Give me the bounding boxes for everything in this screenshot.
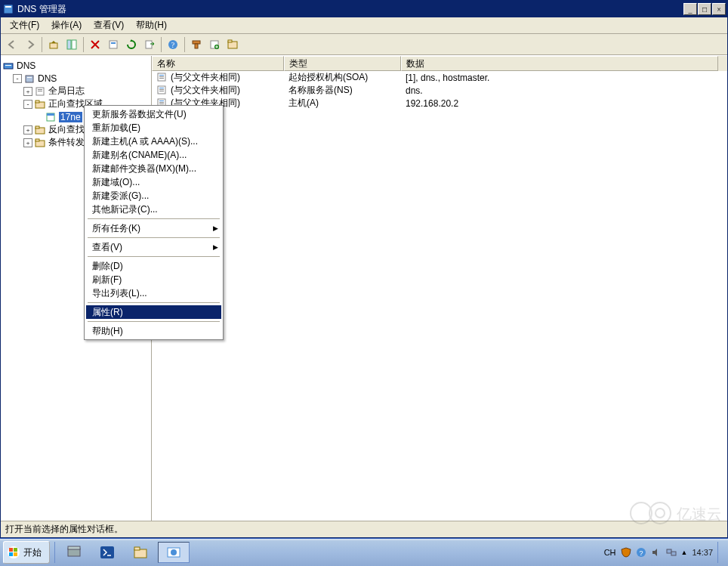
back-button[interactable] — [4, 36, 20, 53]
svg-rect-41 — [159, 102, 164, 103]
svg-rect-44 — [9, 548, 13, 552]
expand-toggle[interactable]: + — [23, 125, 32, 135]
tree-item[interactable]: -DNS — [2, 72, 150, 85]
context-menu-item[interactable]: 查看(V)▶ — [86, 240, 221, 254]
context-menu-item[interactable]: 新建主机(A 或 AAAA)(S)... — [86, 135, 221, 148]
properties-button[interactable] — [105, 36, 122, 53]
context-menu-item[interactable]: 属性(R) — [86, 305, 221, 319]
svg-rect-47 — [14, 552, 17, 556]
menu-separator — [88, 256, 220, 257]
context-menu-item[interactable]: 新建域(O)... — [86, 175, 221, 189]
svg-rect-19 — [27, 77, 32, 78]
clock[interactable]: 14:37 — [692, 548, 713, 557]
svg-rect-18 — [26, 76, 33, 82]
context-menu: 更新服务器数据文件(U)重新加载(E)新建主机(A 或 AAAA)(S)...新… — [84, 105, 224, 340]
ql-explorer[interactable] — [125, 542, 156, 563]
app-icon — [2, 3, 14, 15]
quick-launch — [58, 541, 190, 564]
column-data[interactable]: 数据 — [401, 56, 718, 71]
filter-button[interactable] — [188, 36, 205, 53]
context-menu-item[interactable]: 新建别名(CNAME)(A)... — [86, 148, 221, 162]
svg-rect-30 — [35, 139, 39, 141]
forward-button[interactable] — [22, 36, 39, 53]
expand-toggle[interactable]: + — [23, 87, 32, 96]
tray-icon-shield[interactable] — [621, 547, 631, 558]
svg-text:?: ? — [171, 41, 175, 49]
menu-separator — [88, 302, 220, 303]
app-window: DNS 管理器 _ □ × 文件(F) 操作(A) 查看(V) 帮助(H) ? — [0, 0, 728, 538]
tree-root[interactable]: DNS — [2, 59, 150, 72]
menu-file[interactable]: 文件(F) — [4, 17, 45, 33]
expand-toggle[interactable]: - — [13, 74, 22, 83]
close-button[interactable]: × — [712, 3, 726, 15]
list-row[interactable]: (与父文件夹相同)主机(A)192.168.20.2 — [152, 97, 727, 110]
lang-indicator[interactable]: CH — [604, 548, 616, 557]
new-record-button[interactable] — [206, 36, 223, 53]
column-name[interactable]: 名称 — [152, 56, 284, 71]
context-menu-item[interactable]: 帮助(H) — [86, 324, 221, 338]
minimize-button[interactable]: _ — [683, 3, 697, 15]
menubar: 文件(F) 操作(A) 查看(V) 帮助(H) — [1, 17, 727, 34]
list-view[interactable]: 名称 类型 数据 (与父文件夹相同)起始授权机构(SOA)[1], dns., … — [152, 56, 727, 521]
record-icon — [156, 85, 168, 97]
help-button[interactable]: ? — [165, 36, 181, 53]
context-menu-item[interactable]: 新建委派(G)... — [86, 189, 221, 203]
zone-button[interactable] — [224, 36, 241, 53]
tray-icon-sound[interactable] — [651, 547, 662, 558]
list-header: 名称 类型 数据 — [152, 56, 727, 71]
show-hide-tree-button[interactable] — [63, 36, 80, 53]
context-menu-item[interactable]: 新建邮件交换器(MX)(M)... — [86, 162, 221, 175]
svg-rect-32 — [159, 75, 164, 76]
expand-toggle[interactable]: + — [23, 138, 32, 147]
context-menu-item[interactable]: 刷新(F) — [86, 273, 221, 286]
svg-point-54 — [171, 549, 177, 555]
up-button[interactable] — [45, 36, 62, 53]
context-menu-item[interactable]: 所有任务(K)▶ — [86, 221, 221, 235]
window-title: DNS 管理器 — [17, 3, 66, 16]
svg-rect-58 — [671, 552, 676, 555]
svg-rect-10 — [193, 41, 200, 44]
record-icon — [156, 72, 168, 84]
context-menu-item[interactable]: 导出列表(L)... — [86, 286, 221, 300]
svg-rect-11 — [195, 44, 198, 48]
ql-powershell[interactable] — [91, 542, 123, 563]
context-menu-item[interactable]: 更新服务器数据文件(U) — [86, 107, 221, 121]
menu-action[interactable]: 操作(A) — [45, 17, 88, 33]
delete-button[interactable] — [87, 36, 103, 53]
tree-item[interactable]: +全局日志 — [2, 85, 150, 97]
expand-toggle — [34, 113, 43, 122]
context-menu-item[interactable]: 重新加载(E) — [86, 121, 221, 135]
tray-icon-help[interactable]: ? — [636, 547, 646, 558]
context-menu-item[interactable]: 其他新记录(C)... — [86, 203, 221, 216]
list-row[interactable]: (与父文件夹相同)名称服务器(NS)dns. — [152, 84, 727, 97]
svg-rect-4 — [72, 40, 76, 49]
list-row[interactable]: (与父文件夹相同)起始授权机构(SOA)[1], dns., hostmaste… — [152, 71, 727, 84]
titlebar[interactable]: DNS 管理器 _ □ × — [1, 1, 727, 17]
svg-rect-2 — [50, 43, 57, 48]
start-button[interactable]: 开始 — [3, 541, 50, 564]
start-label: 开始 — [23, 546, 42, 559]
refresh-button[interactable] — [123, 36, 140, 53]
svg-rect-0 — [4, 5, 13, 14]
ql-server-manager[interactable] — [58, 542, 90, 563]
svg-rect-17 — [5, 65, 11, 66]
show-desktop[interactable] — [717, 542, 723, 563]
menu-separator — [88, 237, 220, 238]
tray-chevron[interactable]: ▲ — [681, 549, 688, 556]
expand-toggle[interactable]: - — [23, 100, 32, 109]
folder-icon — [34, 124, 46, 136]
context-menu-item[interactable]: 删除(D) — [86, 259, 221, 273]
server-icon — [23, 73, 35, 85]
export-button[interactable] — [141, 36, 158, 53]
tray-icon-network[interactable] — [666, 547, 677, 558]
svg-rect-21 — [38, 89, 42, 90]
svg-text:?: ? — [639, 549, 643, 557]
menu-view[interactable]: 查看(V) — [88, 17, 130, 33]
column-type[interactable]: 类型 — [284, 56, 401, 71]
svg-rect-22 — [38, 91, 42, 91]
maximize-button[interactable]: □ — [698, 3, 711, 15]
menu-help[interactable]: 帮助(H) — [130, 17, 173, 33]
ql-dns-manager[interactable] — [158, 542, 190, 563]
taskbar: 开始 CH ? ▲ 14:37 — [0, 538, 728, 566]
svg-rect-57 — [667, 549, 671, 553]
